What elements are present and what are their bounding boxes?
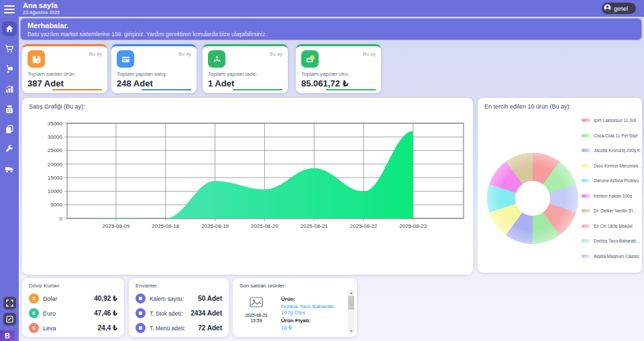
legend-item: Duru Kırmızı Mercimek ... [582, 161, 641, 170]
legend-item: Jacobs Kronung 200g Ka... [582, 146, 641, 155]
accent-line [142, 89, 191, 90]
top-products-title: En tercih edilen 10 ürün (Bu ay): [484, 103, 571, 110]
box-icon [136, 323, 146, 333]
sidebar-item-settings[interactable] [2, 142, 17, 157]
svg-text:15000: 15000 [48, 175, 63, 181]
recent-sales-list[interactable]: 2025-08-23 15:59 Ürün: Doritos Taco Baha… [237, 291, 346, 334]
scroll-down-icon[interactable]: ▼ [348, 328, 354, 334]
edit-note-icon [6, 314, 13, 326]
svg-text:2025-08-21: 2025-08-21 [301, 223, 328, 229]
box-icon [136, 308, 146, 318]
svg-text:25000: 25000 [48, 147, 63, 153]
legend-color-chip [582, 255, 590, 258]
user-menu-button[interactable]: genel [602, 3, 636, 14]
currency-value: 47,46 ₺ [94, 310, 117, 317]
stat-card-revenue: Bu ay Toplam yapılan ciro: 85.061,72 ₺ [296, 44, 381, 93]
legend-color-chip [582, 134, 590, 137]
period-label: Bu ay [89, 51, 102, 57]
period-label: Bu ay [270, 51, 282, 57]
package-icon [28, 50, 45, 68]
stat-label: Toplam satılan ürün: [28, 71, 102, 77]
sidebar-tools [0, 293, 19, 329]
legend-item: Algida Magnum Classic ... [582, 252, 641, 261]
svg-text:35000: 35000 [48, 121, 63, 127]
sidebar-item-register[interactable] [2, 102, 17, 117]
legend-color-chip [582, 119, 590, 122]
product-name-link[interactable]: Doritos Taco Baharatlı 107g Cips [281, 303, 346, 316]
legend-color-chip [582, 149, 590, 152]
legend-color-chip [582, 239, 590, 243]
notes-button[interactable] [3, 313, 16, 326]
stat-card-returns: Bu ay Toplam yapılan iade: 1 Adet [203, 44, 288, 93]
scrollbar[interactable]: ▲ ▼ [348, 290, 354, 334]
scroll-up-icon[interactable]: ▲ [348, 290, 354, 295]
legend-item: Coca-Cola 1L Pet Şişe [582, 131, 641, 140]
stat-value: 387 Adet [28, 78, 102, 88]
banner-text: Batu yazılım market sistemlerine 159. gi… [28, 31, 635, 38]
currency-name: Euro [43, 310, 56, 317]
box-icon [136, 293, 146, 303]
currency-value: 24,4 ₺ [98, 324, 117, 332]
inventory-label: T. Menü adeti: [150, 325, 185, 332]
svg-text:2025-08-22: 2025-08-22 [350, 223, 378, 229]
page-date: 23 Ağustos 2025 [23, 10, 644, 15]
scrollbar-thumb[interactable] [348, 296, 354, 310]
svg-text:20000: 20000 [48, 161, 63, 167]
sale-date: 2025-08-23 [237, 313, 276, 318]
legend-item: Doritos Taco Baharatlı... [582, 236, 641, 245]
money-icon [301, 50, 319, 68]
stat-value: 85.061,72 ₺ [301, 78, 376, 88]
leva-icon: $ [29, 323, 39, 333]
period-label: Bu ay [363, 51, 376, 57]
inventory-row: Kalem sayısı: 50 Adet [129, 293, 229, 303]
welcome-banner: Merhabalar. Batu yazılım market sistemle… [20, 18, 642, 40]
legend-label: Dr. Oetker Vanilin 5'l... [594, 208, 637, 213]
svg-text:30000: 30000 [48, 134, 63, 140]
svg-text:0: 0 [60, 216, 63, 222]
stat-label: Toplam yapılan satış: [117, 71, 191, 77]
currency-row-leva: $ Leva 24,4 ₺ [22, 323, 124, 333]
legend-item: Eti Cin 180g Bisküvi [582, 222, 641, 230]
legend-label: Coca-Cola 1L Pet Şişe [594, 133, 638, 138]
legend-color-chip [582, 164, 590, 167]
sidebar-item-stock[interactable] [2, 62, 17, 76]
inventory-value: 72 Adet [198, 324, 222, 332]
legend-label: İçim Laktozsuz 1L Süt [594, 118, 636, 123]
product-label: Ürün: [281, 296, 346, 302]
inventory-panel: Envanter Kalem sayısı: 50 Adet T. Stok a… [129, 278, 229, 337]
image-placeholder-icon [250, 298, 263, 310]
period-label: Bu ay [178, 51, 191, 57]
sidebar-item-shipping[interactable] [2, 162, 17, 177]
page-title: Ana sayfa [23, 2, 644, 9]
cash-register-icon [5, 105, 14, 114]
fullscreen-button[interactable] [3, 297, 16, 310]
accent-line [52, 89, 102, 90]
inventory-value: 50 Adet [198, 295, 222, 302]
legend-item: Danone Activia Probiyo... [582, 176, 641, 185]
top-products-legend: İçim Laktozsuz 1L SütCoca-Cola 1L Pet Şi… [582, 116, 641, 267]
inventory-row: T. Menü adeti: 72 Adet [129, 323, 229, 333]
inventory-label: T. Stok adeti: [150, 310, 182, 317]
legend-label: Duru Kırmızı Mercimek ... [594, 163, 641, 168]
currency-name: Dolar [43, 295, 58, 302]
legend-color-chip [582, 224, 590, 228]
recent-sales-panel: Son satılan ürünler: 2025-08-23 15:59 Ür… [233, 278, 357, 337]
svg-text:10000: 10000 [48, 188, 63, 194]
currency-title: Döviz Kurları [29, 283, 60, 289]
menu-toggle-icon[interactable] [4, 5, 15, 13]
banner-title: Merhabalar. [28, 21, 635, 29]
sidebar-item-documents[interactable] [2, 122, 17, 137]
legend-label: Jacobs Kronung 200g Ka... [594, 148, 641, 153]
price-label: Ürün Fiyatı: [281, 318, 346, 324]
inventory-row: T. Stok adeti: 2434 Adet [129, 308, 229, 318]
sidebar-item-home[interactable] [2, 21, 17, 36]
sidebar-item-sales[interactable] [2, 42, 17, 56]
stat-value: 1 Adet [208, 78, 282, 88]
product-price-link[interactable]: 18 ₺ [281, 325, 346, 331]
list-item: 2025-08-23 15:59 Ürün: Doritos Taco Baha… [237, 291, 346, 331]
stat-value: 248 Adet [117, 78, 191, 88]
donut-hole [515, 181, 550, 216]
sidebar-item-reports[interactable] [2, 82, 17, 96]
credit-card-icon [117, 50, 134, 68]
brand-logo[interactable]: B [0, 330, 15, 341]
